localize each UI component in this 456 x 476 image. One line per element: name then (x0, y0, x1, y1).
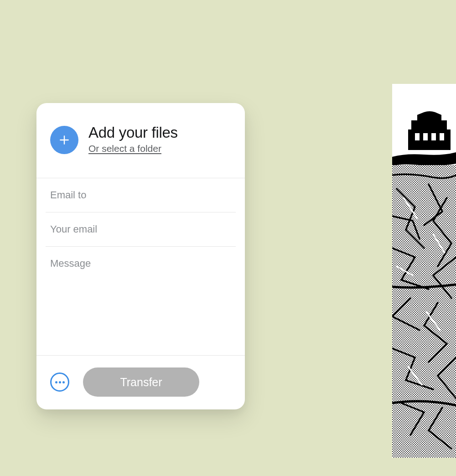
add-files-button[interactable] (50, 126, 78, 154)
more-options-icon (55, 381, 65, 383)
svg-rect-2 (423, 133, 428, 140)
upload-text: Add your files Or select a folder (88, 124, 178, 154)
svg-rect-1 (415, 133, 420, 140)
options-button[interactable] (50, 373, 69, 392)
svg-rect-4 (440, 133, 444, 140)
plus-icon (58, 134, 70, 146)
select-folder-link[interactable]: Or select a folder (88, 143, 161, 154)
transfer-card: Add your files Or select a folder Transf… (36, 103, 245, 409)
transfer-button[interactable]: Transfer (83, 367, 199, 397)
add-files-title: Add your files (88, 124, 178, 141)
svg-rect-8 (392, 165, 456, 458)
footer-section: Transfer (36, 355, 245, 409)
upload-section: Add your files Or select a folder (36, 103, 245, 178)
email-to-field[interactable] (46, 178, 236, 212)
form-section (36, 178, 245, 355)
svg-rect-3 (431, 133, 436, 140)
background-illustration (392, 84, 456, 458)
message-field[interactable] (46, 247, 236, 292)
your-email-field[interactable] (46, 212, 236, 247)
